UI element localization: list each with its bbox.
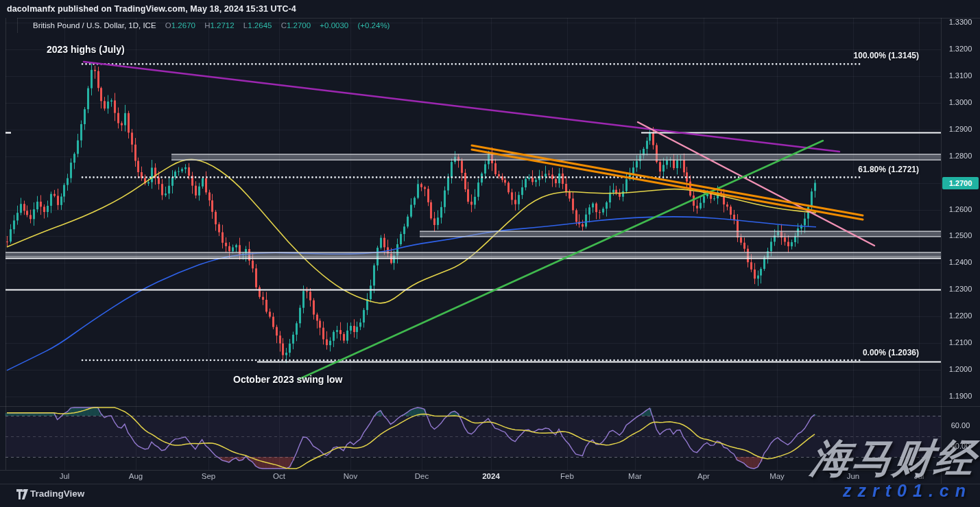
month-tick-label: Apr [697, 472, 710, 480]
symbol-legend: British Pound / U.S. Dollar, 1D, ICE O1.… [33, 21, 390, 30]
tradingview-brand-text[interactable]: TradingView [30, 488, 84, 499]
open-value: 1.2670 [171, 21, 195, 30]
attribution-text: dacolmanfx published on TradingView.com,… [7, 4, 296, 14]
annotation-october-swing-low: October 2023 swing low [233, 374, 343, 385]
change-percent: (+0.24%) [357, 21, 390, 30]
month-tick-label: Aug [129, 472, 143, 480]
price-tick-label: 1.2400 [941, 258, 980, 266]
tradingview-logo-icon[interactable] [16, 489, 28, 502]
close-label: C [281, 21, 287, 30]
price-tick-label: 1.2200 [941, 311, 980, 320]
price-tick-label: 1.2800 [941, 152, 980, 160]
price-tick-label: 1.1900 [941, 392, 980, 400]
price-tick-label: 1.2900 [941, 125, 980, 133]
watermark-chinese: 海马财经 [808, 432, 980, 486]
month-tick-label: Sep [202, 472, 215, 480]
month-tick-label: Mar [628, 472, 642, 480]
month-tick-label: Dec [415, 472, 429, 480]
symbol-title[interactable]: British Pound / U.S. Dollar, 1D, ICE [33, 21, 156, 30]
fib-label-100: 100.00% (1.3145) [854, 51, 919, 60]
price-tick-label: 1.2600 [941, 205, 980, 213]
current-price-tag: 1.2700 [942, 177, 979, 189]
month-tick-label: Feb [560, 472, 574, 480]
change-value: +0.0030 [320, 21, 348, 30]
low-value: 1.2645 [248, 21, 272, 30]
price-tick-label: 1.3200 [941, 45, 980, 53]
price-chart-canvas[interactable] [0, 0, 980, 507]
tradingview-chart-page: dacolmanfx published on TradingView.com,… [0, 0, 980, 507]
rsi-tick-label: 60.00 [941, 421, 980, 429]
price-tick-label: 1.2500 [941, 231, 980, 239]
price-tick-label: 1.2000 [941, 365, 980, 373]
month-tick-label: 2024 [482, 472, 500, 480]
close-value: 1.2700 [287, 21, 311, 30]
annotation-2023-highs: 2023 highs (July) [47, 44, 125, 55]
price-tick-label: 1.2300 [941, 285, 980, 293]
high-value: 1.2712 [210, 21, 234, 30]
price-tick-label: 1.3100 [941, 71, 980, 80]
month-tick-label: Oct [273, 472, 285, 480]
price-tick-label: 1.3300 [941, 18, 980, 26]
price-tick-label: 1.2100 [941, 338, 980, 346]
watermark-url: zzrt01.cn [843, 481, 972, 501]
month-tick-label: May [769, 472, 785, 480]
month-tick-label: Jul [60, 472, 70, 480]
price-tick-label: 1.3000 [941, 98, 980, 106]
fib-label-618: 61.80% (1.2721) [858, 165, 919, 174]
open-label: O [165, 21, 171, 30]
fib-label-0: 0.00% (1.2036) [863, 348, 919, 357]
month-tick-label: Nov [344, 472, 357, 480]
